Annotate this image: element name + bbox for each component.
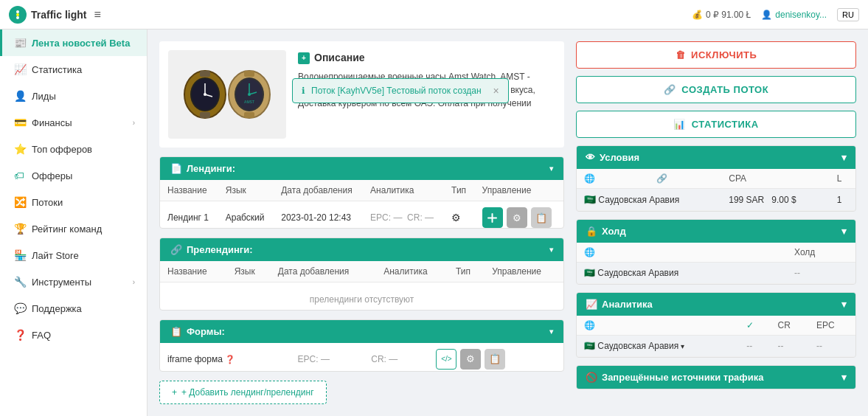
analytics-check: -- bbox=[739, 336, 770, 357]
lock-icon: 🔒 bbox=[586, 226, 597, 237]
statistics-button[interactable]: 📊 СТАТИСТИКА bbox=[576, 111, 856, 138]
sidebar-item-label: Финансы bbox=[32, 117, 72, 128]
eye-icon: 👁 bbox=[586, 152, 595, 163]
prelandings-title: Прелендинги: bbox=[187, 244, 253, 255]
col-manage: Управление bbox=[475, 180, 563, 201]
hold-title: Холд bbox=[602, 226, 626, 237]
landings-header-left: 📄 Лендинги: bbox=[170, 163, 235, 174]
landings-collapse-icon[interactable]: ▾ bbox=[549, 164, 553, 173]
flag-icon: 🇸🇦 bbox=[584, 194, 596, 205]
forms-collapse-icon[interactable]: ▾ bbox=[549, 327, 553, 336]
flag-icon: 🇸🇦 bbox=[584, 341, 595, 351]
col-check: ✓ bbox=[739, 316, 770, 336]
sidebar-item-stats[interactable]: 📈 Статистика bbox=[0, 56, 147, 83]
sidebar-item-lite-store[interactable]: 🏪 Лайт Store bbox=[0, 242, 147, 268]
analytics-header: 📈 Аналитика ▾ bbox=[577, 293, 855, 316]
sidebar-item-offers[interactable]: 🏷 Офферы bbox=[0, 162, 147, 189]
svg-point-10 bbox=[204, 93, 206, 96]
sidebar-item-label: Инструменты bbox=[32, 277, 91, 288]
prelandings-collapse-icon[interactable]: ▾ bbox=[549, 246, 553, 254]
notification-close-button[interactable]: × bbox=[493, 85, 499, 97]
product-image: AMST bbox=[168, 50, 286, 139]
forms-header: 📋 Формы: ▾ bbox=[160, 320, 563, 343]
leads-icon: 👤 bbox=[14, 90, 26, 102]
sidebar-item-news[interactable]: 📰 Лента новостей Beta bbox=[0, 30, 147, 56]
conditions-section: 👁 Условия ▾ 🌐 🔗 CPA L bbox=[576, 145, 856, 212]
analytics-collapse-icon[interactable]: ▾ bbox=[841, 299, 847, 310]
exclude-button[interactable]: 🗑 ИСКЛЮЧИТЬ bbox=[576, 41, 856, 69]
svg-point-2 bbox=[16, 16, 19, 19]
copy-action-button[interactable]: 📋 bbox=[531, 207, 552, 228]
sidebar-item-rating[interactable]: 🏆 Рейтинг команд bbox=[0, 215, 147, 242]
code-button[interactable]: </> bbox=[436, 349, 456, 370]
table-row: 🇸🇦 Саудовская Аравия ▾ -- -- -- bbox=[577, 336, 855, 357]
hold-header-left: 🔒 Холд bbox=[586, 226, 626, 237]
sidebar-item-support[interactable]: 💬 Поддержка bbox=[0, 295, 147, 322]
analytics-section: 📈 Аналитика ▾ 🌐 ✓ CR EPC bbox=[576, 292, 856, 358]
sidebar-item-top-offers[interactable]: ⭐ Топ офферов bbox=[0, 136, 147, 162]
flag-icon: 🇸🇦 bbox=[584, 268, 595, 278]
conditions-table: 🌐 🔗 CPA L 🇸🇦 Саудовская Аравия 199 SAR 9… bbox=[577, 169, 855, 211]
sidebar-item-faq[interactable]: ❓ FAQ bbox=[0, 322, 147, 348]
offers-icon: 🏷 bbox=[14, 170, 26, 181]
col-date: Дата добавления bbox=[271, 261, 376, 282]
landing-type: ⚙ bbox=[444, 201, 475, 229]
notification-banner: ℹ Поток [KayhVV5e] Тестовый поток создан… bbox=[292, 78, 509, 103]
forms-icon: 📋 bbox=[170, 326, 182, 337]
add-landing-button[interactable]: + + Добавить лендинг/прелендинг bbox=[159, 381, 327, 404]
main-content: AMST + Описание Водонепроницаемые военны… bbox=[147, 30, 868, 416]
sidebar-item-leads[interactable]: 👤 Лиды bbox=[0, 83, 147, 109]
chevron-right-icon: › bbox=[133, 119, 135, 127]
landings-section: 📄 Лендинги: ▾ Название Язык Дата добавле… bbox=[159, 156, 564, 229]
info-icon: ℹ bbox=[302, 86, 305, 96]
news-icon: 📰 bbox=[14, 37, 26, 49]
sidebar-item-label: Статистика bbox=[32, 64, 82, 75]
gear-icon: ⚙ bbox=[466, 353, 475, 364]
settings-action-button[interactable]: ⚙ bbox=[507, 207, 527, 228]
flows-icon: 🔀 bbox=[14, 196, 26, 208]
table-row: iframe форма ❓ EPC: — CR: — </> bbox=[160, 343, 563, 372]
header-user[interactable]: 👤 denisenkoy... bbox=[761, 10, 827, 20]
hold-collapse-icon[interactable]: ▾ bbox=[841, 226, 847, 237]
menu-toggle-button[interactable]: ≡ bbox=[94, 8, 100, 21]
form-cr: CR: — bbox=[364, 343, 428, 372]
prelandings-empty-text: прелендинги отсутствуют bbox=[160, 282, 563, 311]
analytics-header-left: 📈 Аналитика bbox=[586, 299, 653, 310]
conditions-header: 👁 Условия ▾ bbox=[577, 146, 855, 169]
col-analytics: Аналитика bbox=[376, 261, 448, 282]
analytics-country: 🇸🇦 Саудовская Аравия ▾ bbox=[577, 336, 739, 357]
settings-icon: ⚙ bbox=[451, 212, 461, 223]
sidebar-item-flows[interactable]: 🔀 Потоки bbox=[0, 189, 147, 215]
traffic-sources-section: 🚫 Запрещённые источники трафика ▾ bbox=[576, 365, 856, 389]
chevron-down-icon: ▾ bbox=[681, 342, 684, 350]
content-right: 🗑 ИСКЛЮЧИТЬ 🔗 СОЗДАТЬ ПОТОК 📊 СТАТИСТИКА… bbox=[576, 41, 856, 404]
copy-icon: 📋 bbox=[535, 212, 547, 223]
sidebar-item-finance[interactable]: 💳 Финансы › bbox=[0, 109, 147, 136]
prelandings-section: 🔗 Прелендинги: ▾ Название Язык Дата доба… bbox=[159, 238, 564, 311]
traffic-sources-header-left: 🚫 Запрещённые источники трафика bbox=[586, 372, 763, 383]
landings-icon: 📄 bbox=[170, 163, 182, 174]
create-flow-label: СОЗДАТЬ ПОТОК bbox=[681, 84, 768, 95]
landings-header: 📄 Лендинги: ▾ bbox=[160, 157, 563, 180]
traffic-sources-collapse-icon[interactable]: ▾ bbox=[841, 372, 847, 383]
chart-icon: 📈 bbox=[586, 299, 597, 310]
table-row: 🇸🇦 Саудовская Аравия -- bbox=[577, 263, 855, 284]
notification-text: Поток [KayhVV5e] Тестовый поток создан bbox=[311, 86, 482, 96]
copy-button[interactable]: 📋 bbox=[485, 349, 505, 370]
price-cell: 199 SAR 9.00 $ bbox=[721, 189, 830, 211]
landing-name: Лендинг 1 bbox=[160, 201, 218, 229]
prelandings-icon: 🔗 bbox=[170, 244, 182, 255]
svg-point-0 bbox=[16, 10, 19, 13]
svg-rect-14 bbox=[244, 71, 254, 77]
sidebar-item-tools[interactable]: 🔧 Инструменты › bbox=[0, 268, 147, 295]
conditions-collapse-icon[interactable]: ▾ bbox=[841, 152, 847, 163]
gear-button[interactable]: ⚙ bbox=[460, 349, 481, 370]
language-selector[interactable]: RU bbox=[837, 8, 859, 21]
sidebar-item-label: Лента новостей Beta bbox=[32, 38, 130, 49]
table-row: 🇸🇦 Саудовская Аравия 199 SAR 9.00 $ 1 bbox=[577, 189, 855, 211]
exclude-label: ИСКЛЮЧИТЬ bbox=[691, 49, 757, 60]
create-flow-button[interactable]: 🔗 СОЗДАТЬ ПОТОК bbox=[576, 76, 856, 103]
header-right: 💰 0 ₽ 91.00 Ł 👤 denisenkoy... RU bbox=[692, 8, 859, 21]
add-action-button[interactable] bbox=[482, 207, 503, 228]
sidebar: 📰 Лента новостей Beta 📈 Статистика 👤 Лид… bbox=[0, 30, 147, 416]
